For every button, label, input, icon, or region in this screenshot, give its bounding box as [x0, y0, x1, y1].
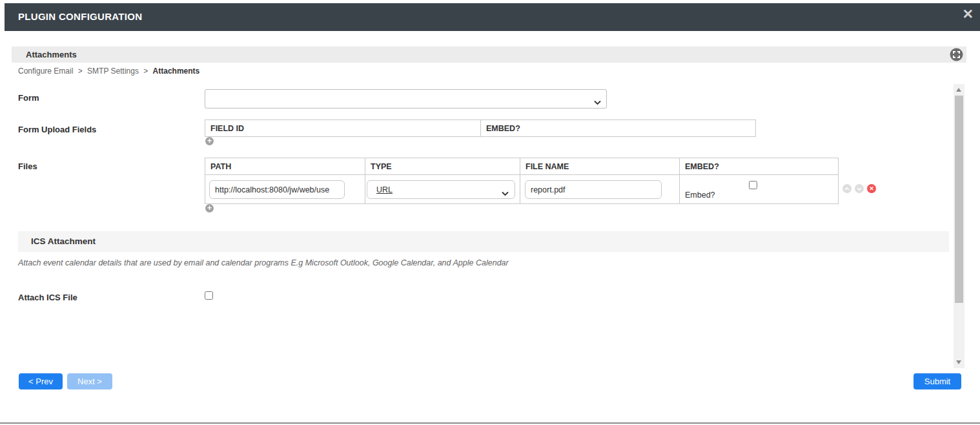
type-select[interactable]: URL — [367, 180, 515, 199]
modal-header: PLUGIN CONFIGURATION ✕ — [5, 3, 980, 31]
column-header-path: PATH — [205, 158, 365, 174]
chevron-down-icon — [502, 187, 509, 199]
path-input[interactable] — [209, 180, 345, 199]
expand-icon[interactable] — [950, 48, 963, 61]
next-button[interactable]: Next > — [67, 373, 112, 389]
delete-row-icon[interactable]: ✕ — [867, 184, 876, 193]
bottom-border — [0, 422, 980, 424]
submit-button[interactable]: Submit — [914, 373, 961, 389]
ics-section-title: ICS Attachment — [31, 236, 96, 246]
files-label: Files — [18, 161, 37, 171]
breadcrumb-attachments: Attachments — [153, 67, 200, 76]
form-upload-fields-label: Form Upload Fields — [18, 125, 96, 134]
section-title: Attachments — [26, 50, 77, 59]
breadcrumb-configure-email[interactable]: Configure Email — [18, 67, 73, 76]
files-table-row: URL Embed? — [205, 174, 838, 203]
move-row-up-icon[interactable] — [842, 184, 852, 193]
prev-button[interactable]: < Prev — [19, 373, 63, 389]
add-row-icon[interactable]: + — [205, 204, 214, 212]
attachments-section-bar: Attachments — [12, 47, 966, 63]
breadcrumb-separator: > — [78, 67, 83, 76]
breadcrumb: Configure Email > SMTP Settings > Attach… — [18, 67, 199, 76]
breadcrumb-separator: > — [143, 67, 148, 76]
breadcrumb-smtp-settings[interactable]: SMTP Settings — [87, 67, 139, 76]
move-row-down-icon[interactable] — [855, 184, 864, 193]
column-header-embed: EMBED? — [680, 158, 838, 174]
column-header-field-id: FIELD ID — [205, 120, 481, 136]
embed-label: Embed? — [685, 191, 715, 200]
form-upload-fields-table: FIELD ID EMBED? — [205, 119, 756, 137]
ics-description: Attach event calendar details that are u… — [18, 258, 793, 267]
scrollbar-up-arrow[interactable] — [956, 88, 961, 92]
form-select[interactable] — [205, 89, 607, 109]
add-row-icon[interactable]: + — [205, 137, 214, 145]
column-header-embed: EMBED? — [481, 120, 755, 136]
files-table: PATH TYPE FILE NAME EMBED? URL — [205, 158, 839, 204]
scrollbar-down-arrow[interactable] — [956, 360, 961, 364]
column-header-file-name: FILE NAME — [520, 158, 680, 174]
ics-attachment-section-bar: ICS Attachment — [18, 231, 949, 252]
plugin-configuration-dialog: PLUGIN CONFIGURATION ✕ Attachments Confi… — [0, 0, 980, 425]
close-icon[interactable]: ✕ — [962, 7, 974, 21]
form-label: Form — [18, 93, 39, 103]
modal-title: PLUGIN CONFIGURATION — [18, 11, 142, 22]
embed-checkbox[interactable] — [749, 181, 757, 189]
scrollbar-thumb[interactable] — [955, 96, 963, 303]
file-name-input[interactable] — [525, 180, 662, 199]
chevron-down-icon — [594, 96, 601, 108]
column-header-type: TYPE — [365, 158, 520, 174]
attach-ics-file-label: Attach ICS File — [18, 293, 77, 302]
type-select-value: URL — [376, 185, 393, 194]
attach-ics-file-checkbox[interactable] — [205, 291, 213, 300]
